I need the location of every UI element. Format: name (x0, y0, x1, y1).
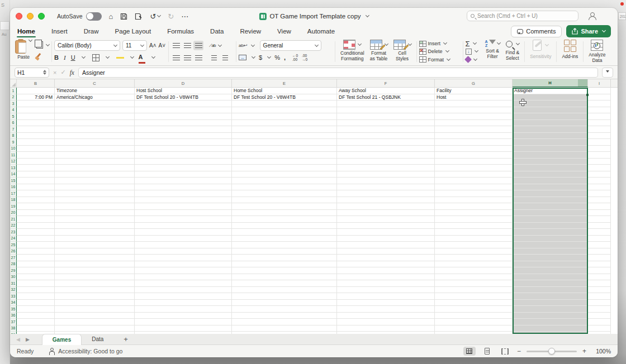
align-top-button[interactable] (171, 41, 181, 50)
cell-I17[interactable] (588, 190, 611, 197)
cell-E22[interactable] (232, 223, 337, 229)
row-header-16[interactable]: 16 (10, 184, 17, 191)
name-box[interactable]: H1 (15, 68, 49, 78)
comma-format-button[interactable]: , (284, 54, 286, 61)
cell-G33[interactable] (435, 293, 513, 300)
cell-G29[interactable] (435, 267, 513, 274)
cell-G28[interactable] (435, 261, 513, 268)
cell-I30[interactable] (588, 274, 611, 281)
cell-H35[interactable] (513, 306, 588, 313)
cell-F11[interactable] (337, 152, 435, 159)
cell-F1[interactable]: Away School (337, 88, 435, 94)
cell-E33[interactable] (232, 293, 337, 300)
ribbon-tab-automate[interactable]: Automate (307, 26, 335, 36)
cell-B20[interactable] (17, 210, 55, 217)
cell-C2[interactable]: America/Chicago (55, 94, 135, 101)
undo-menu-chevron[interactable] (157, 13, 161, 17)
cell-G23[interactable] (435, 229, 513, 236)
cell-C25[interactable] (55, 242, 135, 248)
cell-I14[interactable] (588, 171, 611, 178)
row-header-26[interactable]: 26 (10, 248, 17, 255)
cell-D37[interactable] (135, 319, 232, 325)
cell-D24[interactable] (135, 236, 232, 242)
column-header-G[interactable]: G (435, 79, 513, 87)
row-header-10[interactable]: 10 (10, 146, 17, 152)
grow-font-button[interactable]: A˄ (149, 42, 156, 49)
percent-format-button[interactable]: % (274, 54, 280, 61)
cell-G27[interactable] (435, 255, 513, 261)
cell-B12[interactable] (17, 159, 55, 165)
cell-I16[interactable] (588, 184, 611, 191)
cell-H8[interactable] (513, 133, 588, 140)
cell-F27[interactable] (337, 255, 435, 261)
align-center-button[interactable] (182, 53, 192, 63)
cell-H11[interactable] (513, 152, 588, 159)
cell-I3[interactable] (588, 100, 611, 107)
cell-H3[interactable] (513, 100, 588, 107)
cell-F2[interactable]: DF Test School 21 - QSBJNK (337, 94, 435, 101)
cell-D27[interactable] (135, 255, 232, 261)
cell-F8[interactable] (337, 133, 435, 140)
cell-I37[interactable] (588, 319, 611, 325)
cell-H32[interactable] (513, 287, 588, 294)
cell-C5[interactable] (55, 113, 135, 120)
row-header-38[interactable]: 38 (10, 325, 17, 332)
row-header-14[interactable]: 14 (10, 171, 17, 178)
cell-F32[interactable] (337, 287, 435, 294)
format-cells-button[interactable]: Format (419, 56, 461, 64)
cell-E36[interactable] (232, 313, 337, 319)
merge-center-icon[interactable]: ↔ (239, 55, 246, 60)
cell-I8[interactable] (588, 133, 611, 140)
cell-I4[interactable] (588, 107, 611, 114)
cell-G18[interactable] (435, 197, 513, 204)
cell-H15[interactable] (513, 178, 588, 184)
cell-C8[interactable] (55, 133, 135, 140)
cell-I2[interactable] (588, 94, 611, 101)
row-header-1[interactable]: 1 (10, 88, 17, 94)
cell-D34[interactable] (135, 300, 232, 306)
cell-I9[interactable] (588, 139, 611, 146)
cell-F31[interactable] (337, 280, 435, 287)
cell-D10[interactable] (135, 146, 232, 152)
cell-D35[interactable] (135, 306, 232, 313)
row-header-9[interactable]: 9 (10, 139, 17, 146)
cell-B5[interactable] (17, 113, 55, 120)
comments-button[interactable]: Comments (511, 26, 562, 37)
cell-E1[interactable]: Home School (232, 88, 337, 94)
cell-I31[interactable] (588, 280, 611, 287)
cell-H12[interactable] (513, 159, 588, 165)
zoom-level[interactable]: 100% (592, 348, 611, 355)
increase-decimal-button[interactable]: ←0 .00 (292, 54, 298, 61)
cell-H13[interactable] (513, 165, 588, 171)
cell-G2[interactable]: Host (435, 94, 513, 101)
cell-D23[interactable] (135, 229, 232, 236)
insert-cells-button[interactable]: Insert (419, 40, 461, 47)
cell-I24[interactable] (588, 236, 611, 242)
cell-B30[interactable] (17, 274, 55, 281)
cell-H7[interactable] (513, 126, 588, 133)
cell-F25[interactable] (337, 242, 435, 248)
cell-E9[interactable] (232, 139, 337, 146)
previous-sheet-arrow-icon[interactable]: ◀ (16, 337, 20, 342)
addins-button[interactable]: Add-ins (559, 39, 581, 64)
cell-H24[interactable] (513, 236, 588, 242)
cell-E20[interactable] (232, 210, 337, 217)
cell-H22[interactable] (513, 223, 588, 229)
cell-B7[interactable] (17, 126, 55, 133)
cell-E25[interactable] (232, 242, 337, 248)
cell-C36[interactable] (55, 313, 135, 319)
underline-menu-chevron[interactable] (82, 55, 86, 59)
row-header-12[interactable]: 12 (10, 159, 17, 165)
row-header-35[interactable]: 35 (10, 306, 17, 313)
cell-H19[interactable] (513, 203, 588, 210)
row-header-2[interactable]: 2 (10, 94, 17, 101)
zoom-in-button[interactable]: + (582, 347, 586, 355)
cell-F23[interactable] (337, 229, 435, 236)
cell-F15[interactable] (337, 178, 435, 184)
cell-G21[interactable] (435, 216, 513, 223)
cell-G20[interactable] (435, 210, 513, 217)
close-window-button[interactable] (16, 13, 22, 20)
cell-C28[interactable] (55, 261, 135, 268)
cell-E31[interactable] (232, 280, 337, 287)
cell-B38[interactable] (17, 325, 55, 332)
